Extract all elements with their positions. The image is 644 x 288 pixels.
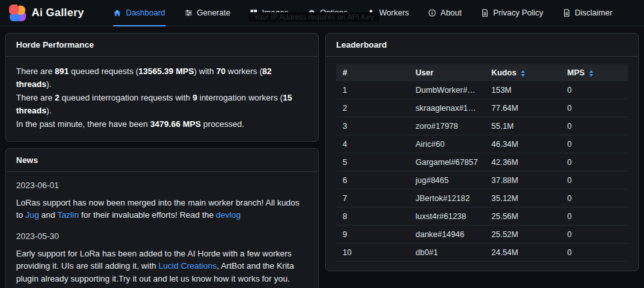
cell-kudos: 25.56M — [485, 207, 561, 226]
right-column: Leaderboard #UserKudosMPS 1DumbWorker#89… — [325, 33, 639, 271]
cell-mps: 0 — [561, 135, 628, 153]
cell-mps: 0 — [561, 81, 628, 99]
cell-kudos: 42.36M — [485, 153, 561, 171]
sort-icon — [589, 70, 593, 77]
leaderboard-table: #UserKudosMPS 1DumbWorker#8977153M02skra… — [336, 64, 628, 262]
cell-mps: 0 — [561, 153, 628, 171]
table-row: 10db0#124.54M0 — [336, 244, 628, 262]
faint-overlay-text: Your IP Address requires an API Key — [249, 12, 379, 22]
news-link-devlog[interactable]: devlog — [216, 210, 240, 220]
column-header-user: User — [409, 64, 485, 81]
cell-mps: 0 — [561, 117, 628, 135]
cell-rank: 6 — [336, 171, 409, 189]
cell-user: Airic#60 — [409, 135, 485, 153]
nav-item-disclaimer[interactable]: Disclaimer — [563, 0, 612, 26]
nav-item-generate[interactable]: Generate — [185, 0, 231, 26]
cell-mps: 0 — [561, 189, 628, 207]
cell-user: db0#1 — [409, 244, 485, 262]
nav-item-label: Workers — [379, 8, 409, 17]
nav-item-about[interactable]: About — [428, 0, 462, 26]
table-header-row: #UserKudosMPS — [336, 64, 628, 81]
news-date: 2023-05-30 — [16, 231, 308, 241]
cell-mps: 0 — [561, 226, 628, 244]
leaderboard-card: Leaderboard #UserKudosMPS 1DumbWorker#89… — [325, 33, 639, 271]
nav-item-label: Disclaimer — [575, 8, 612, 17]
horde-performance-body: There are 891 queued requests (13565.39 … — [6, 57, 318, 141]
cell-kudos: 25.52M — [485, 226, 561, 244]
cell-rank: 5 — [336, 153, 409, 171]
column-header-mps[interactable]: MPS — [561, 64, 628, 81]
leaderboard-title: Leaderboard — [326, 34, 638, 57]
document-icon — [481, 9, 489, 17]
performance-line: There are 2 queued interrogation request… — [16, 91, 308, 117]
nav-item-label: Dashboard — [126, 8, 165, 17]
news-content: Early support for LoRa has been added to… — [16, 247, 308, 285]
cell-rank: 10 — [336, 244, 409, 262]
brand[interactable]: Ai Gallery — [9, 5, 84, 21]
cell-user: Gargamel#67857 — [409, 153, 485, 171]
sort-icon — [521, 70, 525, 77]
nav-item-privacy-policy[interactable]: Privacy Policy — [481, 0, 544, 26]
table-row: 2skraaglenax#1009277.64M0 — [336, 99, 628, 117]
cell-user: JBertok#12182 — [409, 189, 485, 207]
news-link-tazlin[interactable]: Tazlin — [57, 210, 79, 220]
main-content: Horde Performance There are 891 queued r… — [0, 26, 644, 288]
cell-mps: 0 — [561, 207, 628, 226]
news-body: 2023-06-01LoRas support has now been mer… — [6, 172, 318, 288]
news-date: 2023-06-01 — [16, 180, 308, 190]
performance-line: There are 891 queued requests (13565.39 … — [16, 65, 308, 90]
horde-performance-title: Horde Performance — [6, 34, 318, 57]
cell-user: skraaglenax#10092 — [409, 99, 485, 117]
cell-user: jug#8465 — [409, 171, 485, 189]
news-item: 2023-05-30Early support for LoRa has bee… — [16, 231, 308, 285]
news-item: 2023-06-01LoRas support has now been mer… — [16, 180, 308, 222]
column-label: MPS — [567, 68, 585, 77]
cell-kudos: 24.54M — [485, 244, 561, 262]
cell-kudos: 77.64M — [485, 99, 561, 117]
cell-mps: 0 — [561, 244, 628, 262]
performance-line: In the past minute, there have been 3479… — [16, 118, 308, 131]
cell-mps: 0 — [561, 99, 628, 117]
cell-rank: 8 — [336, 207, 409, 226]
news-title: News — [6, 149, 318, 172]
news-link-jug[interactable]: Jug — [25, 210, 39, 220]
cell-kudos: 35.12M — [485, 189, 561, 207]
cell-rank: 9 — [336, 226, 409, 244]
table-row: 5Gargamel#6785742.36M0 — [336, 153, 628, 171]
column-header-rank: # — [336, 64, 409, 81]
cell-kudos: 55.1M — [485, 117, 561, 135]
table-row: 9danke#1494625.52M0 — [336, 226, 628, 244]
horde-performance-card: Horde Performance There are 891 queued r… — [5, 33, 319, 142]
home-icon — [113, 9, 121, 17]
table-row: 7JBertok#1218235.12M0 — [336, 189, 628, 207]
column-header-kudos[interactable]: Kudos — [485, 64, 561, 81]
nav-item-label: Generate — [197, 8, 231, 17]
cell-kudos: 153M — [485, 81, 561, 99]
news-link-lucid-creations[interactable]: Lucid Creations — [158, 261, 216, 271]
cell-rank: 4 — [336, 135, 409, 153]
nav-item-label: Privacy Policy — [493, 8, 544, 17]
table-row: 4Airic#6046.34M0 — [336, 135, 628, 153]
column-label: User — [415, 68, 433, 77]
table-row: 8luxst4r#6123825.56M0 — [336, 207, 628, 226]
app-logo-icon — [9, 5, 26, 21]
cell-rank: 2 — [336, 99, 409, 117]
info-icon — [428, 9, 436, 17]
column-label: # — [343, 68, 347, 77]
nav-item-label: About — [440, 8, 462, 17]
cell-user: luxst4r#61238 — [409, 207, 485, 226]
nav-item-dashboard[interactable]: Dashboard — [113, 0, 165, 26]
cell-kudos: 37.88M — [485, 171, 561, 189]
news-content: LoRas support has now been merged into t… — [16, 197, 308, 222]
cell-user: DumbWorker#8977 — [409, 81, 485, 99]
sliders-icon — [185, 9, 193, 17]
cell-user: zoro#17978 — [409, 117, 485, 135]
cell-rank: 7 — [336, 189, 409, 207]
table-row: 1DumbWorker#8977153M0 — [336, 81, 628, 99]
table-row: 3zoro#1797855.1M0 — [336, 117, 628, 135]
cell-kudos: 46.34M — [485, 135, 561, 153]
cell-mps: 0 — [561, 171, 628, 189]
table-row: 6jug#846537.88M0 — [336, 171, 628, 189]
news-card: News 2023-06-01LoRas support has now bee… — [5, 148, 319, 288]
left-column: Horde Performance There are 891 queued r… — [5, 33, 319, 288]
